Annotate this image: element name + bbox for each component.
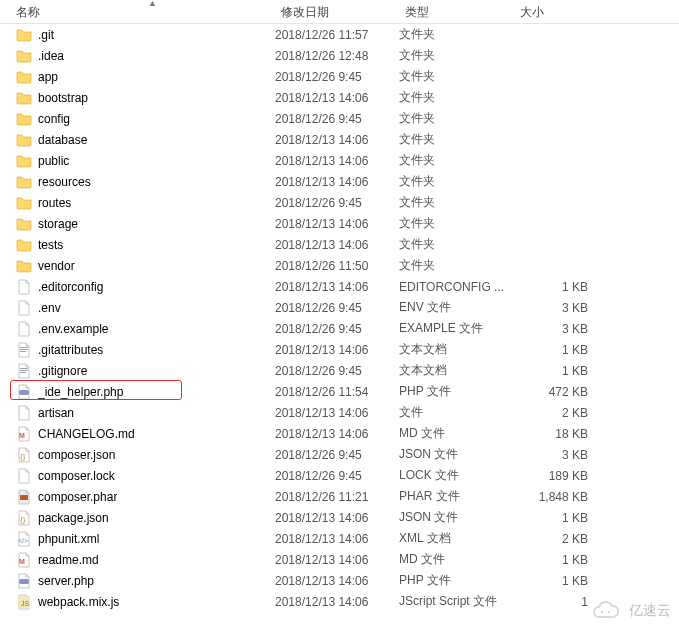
file-name: .gitignore	[38, 364, 87, 378]
file-size: 1	[514, 595, 594, 609]
file-row[interactable]: bootstrap2018/12/13 14:06文件夹	[0, 87, 679, 108]
file-row[interactable]: artisan2018/12/13 14:06文件2 KB	[0, 402, 679, 423]
file-name: storage	[38, 217, 78, 231]
svg-text:M: M	[19, 432, 25, 439]
file-size: 1,848 KB	[514, 490, 594, 504]
file-name: public	[38, 154, 69, 168]
file-row[interactable]: vendor2018/12/26 11:50文件夹	[0, 255, 679, 276]
svg-rect-4	[20, 370, 28, 371]
file-row[interactable]: routes2018/12/26 9:45文件夹	[0, 192, 679, 213]
file-row[interactable]: public2018/12/13 14:06文件夹	[0, 150, 679, 171]
file-row[interactable]: </>phpunit.xml2018/12/13 14:06XML 文档2 KB	[0, 528, 679, 549]
file-date: 2018/12/13 14:06	[275, 217, 399, 231]
file-type: 文件夹	[399, 47, 514, 64]
file-name: composer.phar	[38, 490, 117, 504]
file-type: 文件夹	[399, 131, 514, 148]
file-date: 2018/12/26 9:45	[275, 448, 399, 462]
file-icon	[16, 342, 32, 358]
file-row[interactable]: JSwebpack.mix.js2018/12/13 14:06JScript …	[0, 591, 679, 612]
column-header-size[interactable]: 大小	[514, 0, 594, 23]
file-icon	[16, 489, 32, 505]
file-row[interactable]: .env.example2018/12/26 9:45EXAMPLE 文件3 K…	[0, 318, 679, 339]
file-type: 文件夹	[399, 152, 514, 169]
file-name: .env.example	[38, 322, 108, 336]
file-name: server.php	[38, 574, 94, 588]
file-size: 1 KB	[514, 364, 594, 378]
file-row[interactable]: resources2018/12/13 14:06文件夹	[0, 171, 679, 192]
file-row[interactable]: .gitattributes2018/12/13 14:06文本文档1 KB	[0, 339, 679, 360]
file-type: EDITORCONFIG ...	[399, 280, 514, 294]
file-type: PHP 文件	[399, 383, 514, 400]
file-row[interactable]: {}composer.json2018/12/26 9:45JSON 文件3 K…	[0, 444, 679, 465]
file-name: .idea	[38, 49, 64, 63]
svg-text:{}: {}	[20, 515, 26, 524]
file-size: 1 KB	[514, 511, 594, 525]
file-type: 文件夹	[399, 215, 514, 232]
file-row[interactable]: config2018/12/26 9:45文件夹	[0, 108, 679, 129]
file-type: 文件夹	[399, 68, 514, 85]
svg-text:</>: </>	[18, 537, 28, 544]
svg-rect-0	[20, 347, 28, 348]
file-row[interactable]: app2018/12/26 9:45文件夹	[0, 66, 679, 87]
column-header-name[interactable]: 名称	[0, 0, 275, 23]
file-date: 2018/12/13 14:06	[275, 238, 399, 252]
file-row[interactable]: storage2018/12/13 14:06文件夹	[0, 213, 679, 234]
file-row[interactable]: _ide_helper.php2018/12/26 11:54PHP 文件472…	[0, 381, 679, 402]
file-row[interactable]: .env2018/12/26 9:45ENV 文件3 KB	[0, 297, 679, 318]
file-date: 2018/12/26 11:57	[275, 28, 399, 42]
folder-icon	[16, 90, 32, 106]
file-name: artisan	[38, 406, 74, 420]
file-date: 2018/12/26 12:48	[275, 49, 399, 63]
file-icon: M	[16, 426, 32, 442]
file-name: resources	[38, 175, 91, 189]
svg-text:{}: {}	[20, 452, 26, 461]
file-type: JSON 文件	[399, 509, 514, 526]
file-date: 2018/12/26 11:21	[275, 490, 399, 504]
column-header-type[interactable]: 类型	[399, 0, 514, 23]
folder-icon	[16, 27, 32, 43]
file-row[interactable]: .editorconfig2018/12/13 14:06EDITORCONFI…	[0, 276, 679, 297]
svg-rect-3	[20, 368, 28, 369]
file-date: 2018/12/26 9:45	[275, 70, 399, 84]
file-type: LOCK 文件	[399, 467, 514, 484]
folder-icon	[16, 153, 32, 169]
file-size: 472 KB	[514, 385, 594, 399]
file-row[interactable]: composer.phar2018/12/26 11:21PHAR 文件1,84…	[0, 486, 679, 507]
svg-rect-1	[20, 349, 28, 350]
file-type: 文本文档	[399, 362, 514, 379]
file-name: app	[38, 70, 58, 84]
file-date: 2018/12/26 9:45	[275, 301, 399, 315]
file-row[interactable]: composer.lock2018/12/26 9:45LOCK 文件189 K…	[0, 465, 679, 486]
file-date: 2018/12/13 14:06	[275, 574, 399, 588]
file-type: 文本文档	[399, 341, 514, 358]
file-row[interactable]: server.php2018/12/13 14:06PHP 文件1 KB	[0, 570, 679, 591]
file-row[interactable]: MCHANGELOG.md2018/12/13 14:06MD 文件18 KB	[0, 423, 679, 444]
file-row[interactable]: .idea2018/12/26 12:48文件夹	[0, 45, 679, 66]
file-type: EXAMPLE 文件	[399, 320, 514, 337]
file-type: 文件夹	[399, 26, 514, 43]
file-row[interactable]: .gitignore2018/12/26 9:45文本文档1 KB	[0, 360, 679, 381]
column-header-date[interactable]: 修改日期	[275, 0, 399, 23]
file-type: PHAR 文件	[399, 488, 514, 505]
file-name: .editorconfig	[38, 280, 103, 294]
svg-rect-6	[19, 390, 29, 395]
file-row[interactable]: database2018/12/13 14:06文件夹	[0, 129, 679, 150]
file-date: 2018/12/26 9:45	[275, 364, 399, 378]
file-name: webpack.mix.js	[38, 595, 119, 609]
file-size: 3 KB	[514, 322, 594, 336]
file-row[interactable]: .git2018/12/26 11:57文件夹	[0, 24, 679, 45]
file-type: MD 文件	[399, 551, 514, 568]
file-size: 1 KB	[514, 280, 594, 294]
file-date: 2018/12/13 14:06	[275, 511, 399, 525]
file-icon: {}	[16, 447, 32, 463]
file-row[interactable]: Mreadme.md2018/12/13 14:06MD 文件1 KB	[0, 549, 679, 570]
folder-icon	[16, 48, 32, 64]
file-row[interactable]: {}package.json2018/12/13 14:06JSON 文件1 K…	[0, 507, 679, 528]
file-type: MD 文件	[399, 425, 514, 442]
svg-text:M: M	[19, 558, 25, 565]
file-date: 2018/12/26 9:45	[275, 112, 399, 126]
svg-rect-5	[20, 372, 26, 373]
folder-icon	[16, 132, 32, 148]
file-row[interactable]: tests2018/12/13 14:06文件夹	[0, 234, 679, 255]
file-icon	[16, 405, 32, 421]
